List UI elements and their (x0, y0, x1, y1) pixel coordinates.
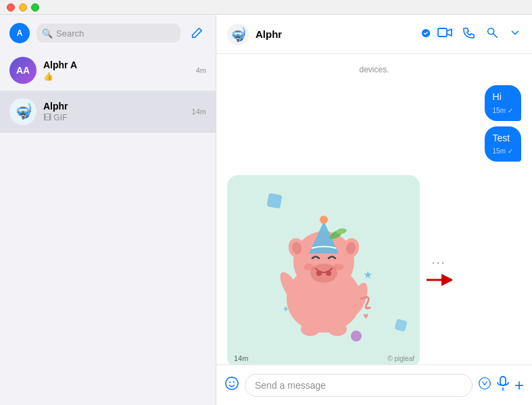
message-time: 15m (493, 147, 506, 156)
delivered-icon: ✓ (508, 106, 513, 116)
conv-name-alphr: Alphr (43, 101, 185, 112)
verified-icon (421, 28, 431, 40)
gif-watermark: © pigleaf (387, 355, 414, 362)
minimize-button[interactable] (19, 3, 27, 11)
audio-icon[interactable] (497, 376, 509, 394)
message-text: Test (493, 132, 513, 145)
search-chat-icon[interactable] (486, 26, 498, 42)
svg-point-23 (351, 331, 362, 341)
conversation-list: AA Alphr A 👍 4m 🤿 Alphr 🎞 GIF 14m (0, 50, 216, 405)
svg-point-18 (301, 323, 320, 336)
message-row-test: Test 15m ✓ (227, 126, 521, 162)
conv-name: Alphr A (43, 59, 189, 70)
svg-point-31 (229, 381, 231, 383)
title-bar (0, 0, 532, 15)
search-icon: 🔍 (42, 28, 53, 39)
conv-time-alphr: 14m (192, 108, 206, 116)
header-actions (437, 26, 521, 42)
svg-rect-1 (438, 28, 447, 37)
message-bubble-test: Test 15m ✓ (485, 126, 521, 162)
message-bubble-hi: Hi 15m ✓ (485, 85, 521, 121)
emoji-button[interactable] (224, 376, 239, 394)
pig-illustration: ★ ✦ ♥ (256, 194, 391, 350)
conv-avatar-alphraA: AA (9, 57, 37, 84)
conv-preview: 👍 (43, 72, 189, 81)
gif-bubble: ★ ✦ ♥ 14m (227, 175, 420, 364)
sidebar-header: A 🔍 Search (0, 15, 216, 50)
svg-point-19 (328, 323, 347, 336)
svg-point-32 (233, 381, 235, 383)
message-row-gif: ★ ✦ ♥ 14m (227, 175, 521, 364)
message-time: 15m (493, 106, 506, 116)
maximize-button[interactable] (31, 3, 39, 11)
conv-avatar-alphr: 🤿 (9, 98, 37, 125)
svg-text:★: ★ (363, 269, 372, 281)
chat-area: 🤿 Alphr (216, 15, 532, 405)
chat-header: 🤿 Alphr (216, 15, 532, 54)
chat-header-name-row: Alphr (256, 28, 431, 40)
more-options-button[interactable]: ··· (431, 256, 445, 270)
svg-line-3 (493, 34, 497, 37)
tapback-icon[interactable] (478, 377, 491, 394)
conv-info-alphrA: Alphr A 👍 (43, 59, 189, 81)
message-text: Hi (493, 91, 513, 104)
close-button[interactable] (7, 3, 15, 11)
delivered-icon: ✓ (508, 147, 513, 156)
arrow-svg (425, 272, 452, 287)
sidebar: A 🔍 Search AA Alphr A 👍 4m (0, 15, 216, 405)
gif-message-container: ★ ✦ ♥ 14m (227, 175, 452, 364)
conv-info-alphr: Alphr 🎞 GIF (43, 101, 185, 122)
svg-point-25 (333, 264, 344, 270)
svg-point-24 (304, 264, 314, 270)
message-row-hi: Hi 15m ✓ (227, 85, 521, 121)
message-input[interactable] (245, 374, 473, 397)
svg-point-11 (320, 216, 328, 224)
video-call-icon[interactable] (437, 27, 452, 41)
add-icon[interactable]: + (514, 377, 524, 394)
phone-icon[interactable] (463, 26, 475, 42)
conversation-item[interactable]: AA Alphr A 👍 4m (0, 50, 216, 91)
search-placeholder-text: Search (56, 28, 175, 39)
svg-point-30 (226, 377, 238, 389)
svg-rect-33 (500, 377, 506, 385)
search-bar[interactable]: 🔍 Search (37, 24, 180, 43)
gif-timestamp: 14m (234, 354, 248, 362)
compose-icon[interactable] (187, 24, 206, 43)
chat-contact-avatar: 🤿 (227, 24, 249, 45)
chat-messages: devices. Hi 15m ✓ Test 15m ✓ (216, 54, 532, 364)
system-text: devices. (227, 65, 521, 74)
red-arrow-icon (425, 272, 452, 287)
conversation-item-alphr[interactable]: 🤿 Alphr 🎞 GIF 14m (0, 91, 216, 133)
chat-contact-name: Alphr (256, 28, 418, 40)
message-meta-test: 15m ✓ (493, 147, 513, 156)
gif-actions: ··· (425, 256, 452, 287)
svg-text:✦: ✦ (282, 304, 290, 314)
conv-time: 4m (196, 66, 206, 74)
chevron-down-icon[interactable] (509, 26, 521, 42)
chat-input-bar: + (216, 364, 532, 405)
user-avatar[interactable]: A (9, 23, 30, 43)
conv-preview-alphr: 🎞 GIF (43, 113, 185, 122)
svg-text:♥: ♥ (363, 310, 368, 321)
message-meta-hi: 15m ✓ (493, 106, 513, 116)
